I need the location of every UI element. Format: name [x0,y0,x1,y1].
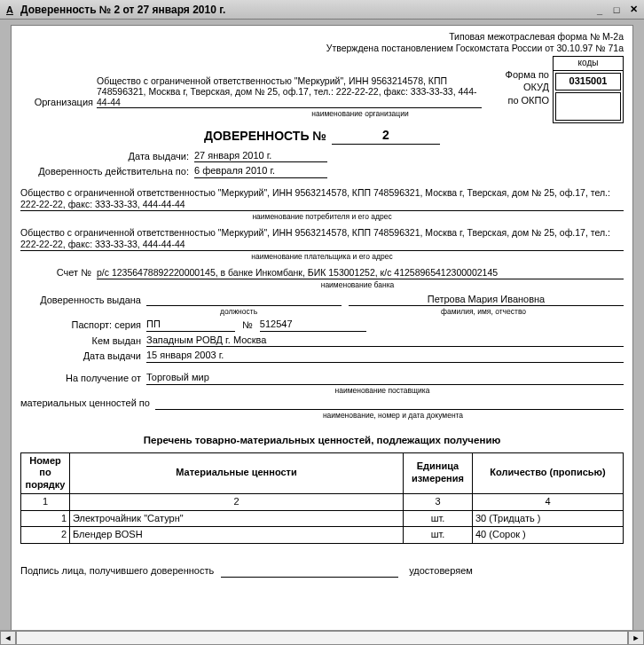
pass-issue-date: 15 января 2003 г. [146,350,624,363]
org-value: Общество с ограниченной ответственностью… [97,75,482,108]
supplier-caption: наименование поставщика [141,386,624,396]
consumer-text: Общество с ограниченной ответственностью… [20,187,624,211]
passport-number: 512547 [260,319,366,332]
table-row: 1 Электрочайник "Сатурн" шт. 30 (Тридцат… [21,510,624,527]
okud-code: 0315001 [555,73,621,90]
consumer-caption: наименование потребителя и его адрес [20,212,624,222]
codes-table: 0315001 [553,70,624,123]
form-line: Типовая межотраслевая форма № М-2а [20,31,624,43]
valid-label: Доверенность действительна по: [20,166,194,178]
account-text: р/с 12356478892220000145, в банке Инкомб… [97,267,624,279]
values-doc [155,397,624,410]
passport-label: Паспорт: серия [20,319,146,332]
passport-series: ПП [146,319,235,332]
col-qty: Количество (прописью) [473,452,624,493]
doc-caption: наименование, номер и дата документа [162,411,624,421]
supplier: Торговый мир [146,372,624,385]
window-title: Доверенность № 2 от 27 января 2010 г. [20,4,225,16]
col-num: Номер по порядку [21,452,70,493]
payer-caption: наименование плательщика и его адрес [20,252,624,262]
approved-line: Утверждена постановлением Госкомстата Ро… [20,43,624,54]
minimize-button[interactable]: _ [593,4,607,16]
issued-by: Западным РОВД г. Москва [146,334,624,348]
table-header-row: Номер по порядку Материальные ценности Е… [21,452,624,493]
passport-num-label: № [235,319,260,332]
scroll-left-button[interactable]: ◄ [0,631,16,645]
position-caption: должность [141,307,336,317]
payer-text: Общество с ограниченной ответственностью… [20,227,624,251]
okud-label: Форма по ОКУД [482,56,553,123]
org-label: Организация [20,97,97,109]
issued-by-label: Кем выдан [20,335,146,348]
issue-date-label: Дата выдачи: [20,151,194,163]
table-row: 2 Блендер BOSH шт. 40 (Сорок ) [21,527,624,544]
signature-line [221,565,398,578]
titlebar[interactable]: А Доверенность № 2 от 27 января 2010 г. … [0,0,644,20]
doc-title: ДОВЕРЕННОСТЬ № [204,129,326,145]
col-unit: Единица измерения [404,452,473,493]
table-numrow: 1 2 3 4 [21,493,624,510]
maximize-button[interactable]: □ [609,4,624,16]
valid-date: 6 февраля 2010 г. [194,165,327,178]
receive-from-label: На получение от [20,373,146,385]
fio-caption: фамилия, имя, отчество [343,307,624,317]
pass-issue-date-label: Дата выдачи [20,350,146,363]
col-name: Материальные ценности [70,452,404,493]
scroll-track[interactable] [16,631,628,645]
horizontal-scrollbar[interactable]: ◄ ► [0,630,644,645]
confirm-label: удостоверяем [398,565,473,578]
bank-caption: наименование банка [91,280,624,290]
okpo-code [555,92,621,121]
app-window: А Доверенность № 2 от 27 января 2010 г. … [0,0,644,645]
issued-fio: Петрова Мария Ивановна [349,294,624,307]
close-button[interactable]: ✕ [626,4,640,16]
codes-header: коды [553,56,624,70]
doc-number: 2 [332,128,440,145]
issue-date: 27 января 2010 г. [194,150,327,163]
document-viewport: Типовая межотраслевая форма № М-2а Утвер… [0,20,644,630]
document-page: Типовая межотраслевая форма № М-2а Утвер… [11,25,633,630]
scroll-right-button[interactable]: ► [628,631,644,645]
signature-label: Подпись лица, получившего доверенность [20,565,221,578]
account-label: Счет № [20,267,97,279]
items-table: Номер по порядку Материальные ценности Е… [20,452,624,545]
issued-position [146,294,342,306]
app-icon: А [4,4,16,16]
items-title: Перечень товарно-материальных ценностей,… [20,434,624,446]
issued-to-label: Доверенность выдана [20,295,146,307]
values-label: материальных ценностей по [20,397,155,410]
doc-title-line: ДОВЕРЕННОСТЬ № 2 [20,128,624,145]
